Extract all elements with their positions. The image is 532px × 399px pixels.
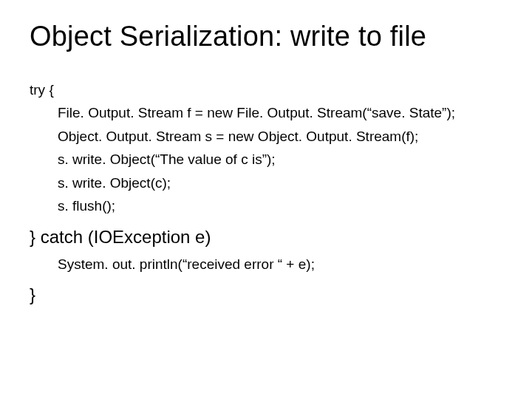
slide-title: Object Serialization: write to file bbox=[30, 21, 502, 52]
code-line: Object. Output. Stream s = new Object. O… bbox=[30, 126, 502, 147]
code-line: s. write. Object(“The value of c is”); bbox=[30, 149, 502, 170]
code-catch-body: System. out. println(“received error “ +… bbox=[30, 253, 502, 275]
code-catch-line: } catch (IOException e) bbox=[30, 223, 502, 250]
code-line: s. write. Object(c); bbox=[30, 172, 502, 194]
code-line: File. Output. Stream f = new File. Outpu… bbox=[30, 102, 502, 123]
code-try-open: try { bbox=[30, 79, 502, 100]
code-line: s. flush(); bbox=[30, 195, 502, 216]
code-close-brace: } bbox=[30, 281, 502, 308]
code-block: try { File. Output. Stream f = new File.… bbox=[30, 79, 502, 308]
